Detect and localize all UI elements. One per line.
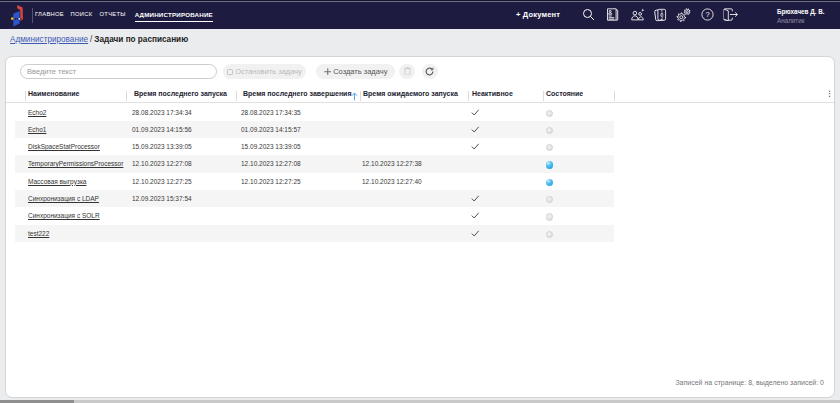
svg-text:2: 2	[660, 16, 663, 21]
svg-text:1: 1	[660, 10, 663, 15]
svg-text:?: ?	[705, 10, 709, 19]
